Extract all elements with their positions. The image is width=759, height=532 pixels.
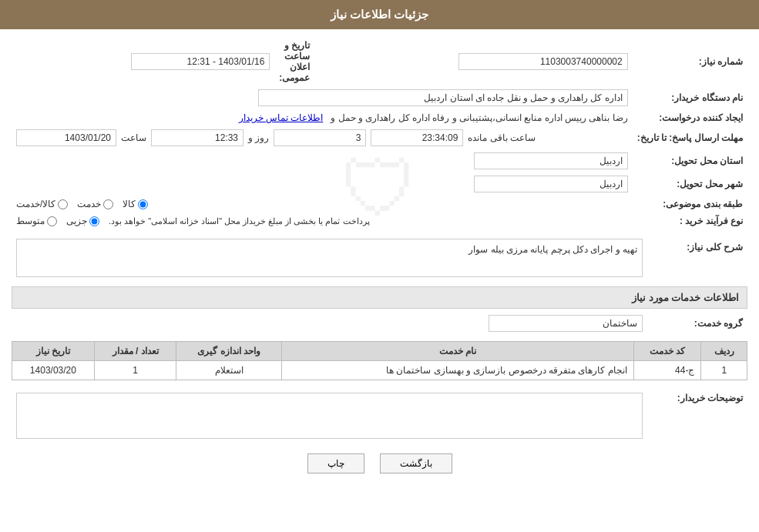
deadline-remaining-label: ساعت باقی مانده xyxy=(468,132,536,143)
category-goods-option[interactable]: کالا xyxy=(123,199,148,209)
category-goods-radio[interactable] xyxy=(138,199,148,209)
category-goods-label: کالا xyxy=(123,199,136,209)
need-number-value: 1103003740000002 xyxy=(458,53,628,70)
col-unit: واحد اندازه گیری xyxy=(176,342,282,361)
cell-qty: 1 xyxy=(94,361,176,380)
need-desc-label: شرح کلی نیاز: xyxy=(647,236,747,280)
cell-name: انجام کارهای متفرقه درخصوص بازسازی و بهس… xyxy=(282,361,634,380)
deadline-days: 3 xyxy=(274,129,366,146)
purchase-type-partial-option[interactable]: جزیی xyxy=(66,216,99,226)
purchase-type-label: نوع فرآیند خرید : xyxy=(633,212,747,229)
announce-label: تاریخ و ساعت اعلان عمومی: xyxy=(274,37,314,86)
services-section-header: اطلاعات خدمات مورد نیاز xyxy=(12,286,747,309)
buyer-notes-box xyxy=(16,393,643,439)
buyer-org-value: اداره کل راهداری و حمل و نقل جاده ای است… xyxy=(258,89,628,106)
service-group-label: گروه خدمت: xyxy=(647,312,747,335)
category-service-option[interactable]: خدمت xyxy=(77,199,113,209)
creator-value: رضا بناهی رییس اداره منابع انسانی،پشتیبا… xyxy=(331,112,627,123)
delivery-city-label: شهر محل تحویل: xyxy=(633,172,747,196)
category-label: طبقه بندی موضوعی: xyxy=(633,196,747,212)
category-goods-service-label: کالا/خدمت xyxy=(16,199,55,209)
purchase-type-note: پرداخت تمام یا بخشی از مبلغ خریداز محل "… xyxy=(109,216,370,226)
cell-row: 1 xyxy=(701,361,747,380)
buttons-row: بازگشت چاپ xyxy=(12,453,747,473)
page-header: جزئیات اطلاعات نیاز xyxy=(0,0,759,29)
purchase-type-medium-label: متوسط xyxy=(16,216,45,226)
deadline-time: 12:33 xyxy=(151,129,243,146)
col-row: ردیف xyxy=(701,342,747,361)
cell-unit: استعلام xyxy=(176,361,282,380)
need-desc-value: تهیه و اجرای دکل پرچم پایانه مرزی بیله س… xyxy=(16,239,643,277)
print-button[interactable]: چاپ xyxy=(307,453,364,473)
category-service-label: خدمت xyxy=(77,199,101,209)
purchase-type-partial-label: جزیی xyxy=(66,216,87,226)
buyer-org-label: نام دستگاه خریدار: xyxy=(633,86,747,109)
back-button[interactable]: بازگشت xyxy=(380,453,452,473)
deadline-label: مهلت ارسال پاسخ: تا تاریخ: xyxy=(633,126,747,149)
cell-code: ج-44 xyxy=(633,361,701,380)
deadline-time-label: ساعت xyxy=(121,132,146,143)
creator-label: ایجاد کننده درخواست: xyxy=(633,109,747,126)
delivery-city-value: اردبیل xyxy=(474,176,628,192)
service-group-value: ساختمان xyxy=(489,315,643,332)
creator-contact-link[interactable]: اطلاعات تماس خریدار xyxy=(239,112,324,123)
delivery-province-label: استان محل تحویل: xyxy=(633,149,747,172)
delivery-province-value: اردبیل xyxy=(474,152,628,169)
deadline-day-label: روز و xyxy=(248,132,269,143)
category-goods-service-radio[interactable] xyxy=(58,199,68,209)
category-goods-service-option[interactable]: کالا/خدمت xyxy=(16,199,68,209)
deadline-date: 1403/01/20 xyxy=(16,129,116,146)
col-name: نام خدمت xyxy=(282,342,634,361)
col-date: تاریخ نیاز xyxy=(12,342,95,361)
need-number-label: شماره نیاز: xyxy=(633,37,747,86)
announce-value: 1403/01/16 - 12:31 xyxy=(131,53,270,70)
table-row: 1 ج-44 انجام کارهای متفرقه درخصوص بازساز… xyxy=(12,361,747,380)
col-qty: تعداد / مقدار xyxy=(94,342,176,361)
purchase-type-medium-option[interactable]: متوسط xyxy=(16,216,57,226)
page-title: جزئیات اطلاعات نیاز xyxy=(331,8,428,21)
col-code: کد خدمت xyxy=(633,342,701,361)
purchase-type-partial-radio[interactable] xyxy=(89,216,99,226)
services-table: ردیف کد خدمت نام خدمت واحد اندازه گیری ت… xyxy=(12,341,747,380)
category-service-radio[interactable] xyxy=(103,199,113,209)
cell-date: 1403/03/20 xyxy=(12,361,95,380)
buyer-notes-label: توضیحات خریدار: xyxy=(647,386,747,442)
purchase-type-medium-radio[interactable] xyxy=(47,216,57,226)
deadline-remaining: 23:34:09 xyxy=(371,129,463,146)
